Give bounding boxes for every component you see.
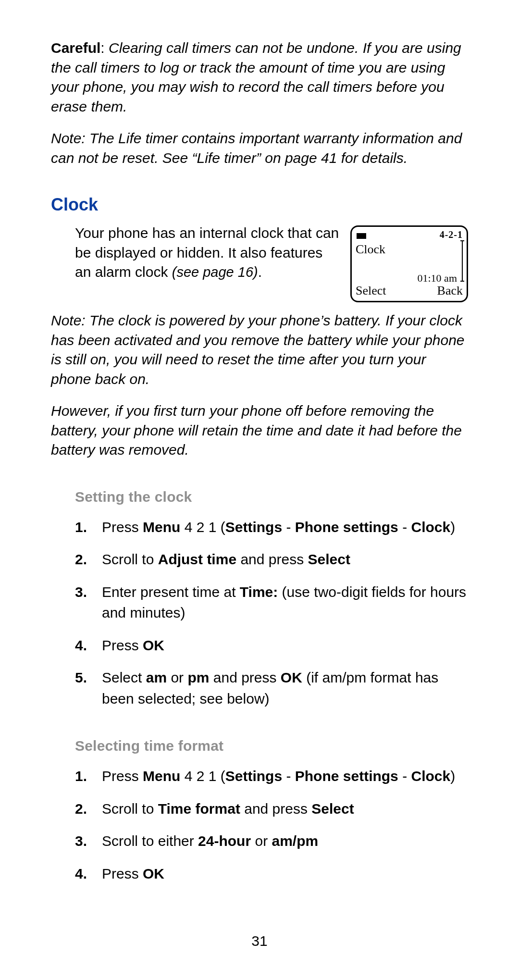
step-bold: am (146, 670, 167, 685)
step-text: - (282, 768, 295, 784)
step-text: Enter present time at (102, 584, 240, 600)
step-item: Press Menu 4 2 1 (Settings - Phone setti… (75, 517, 468, 538)
step-text: - (398, 519, 411, 535)
step-text: - (398, 768, 411, 784)
note-life-timer: Note: The Life timer contains important … (51, 129, 468, 168)
phone-screen-scrollbar (462, 240, 463, 282)
step-text: Select (102, 670, 146, 685)
step-text: Press (102, 519, 143, 535)
step-bold: OK (143, 866, 164, 881)
step-bold: pm (187, 670, 209, 685)
step-bold: OK (143, 637, 164, 653)
step-bold: Settings (225, 768, 282, 784)
step-item: Scroll to Time format and press Select (75, 798, 468, 819)
phone-screen-left-softkey: Select (356, 284, 386, 298)
step-text: - (282, 519, 295, 535)
step-bold: OK (281, 670, 302, 685)
time-format-steps: Press Menu 4 2 1 (Settings - Phone setti… (75, 766, 468, 884)
step-bold: am/pm (272, 833, 318, 849)
step-bold: Phone settings (295, 768, 398, 784)
step-text: and press (236, 551, 308, 567)
phone-screen-right-softkey: Back (437, 284, 463, 298)
step-item: Select am or pm and press OK (if am/pm f… (75, 667, 468, 709)
setting-clock-heading: Setting the clock (75, 489, 468, 505)
phone-screen-menu-code: 4-2-1 (440, 230, 463, 239)
step-bold: Clock (411, 768, 450, 784)
step-text: ) (450, 768, 455, 784)
step-text: Press (102, 768, 143, 784)
step-bold: Settings (225, 519, 282, 535)
careful-paragraph: Careful: Clearing call timers can not be… (51, 38, 468, 116)
step-text: Press (102, 637, 143, 653)
step-text: and press (209, 670, 280, 685)
careful-text: Clearing call timers can not be undone. … (51, 40, 461, 114)
step-bold: Time format (158, 801, 240, 817)
clock-see-page: (see page 16) (172, 264, 258, 280)
time-format-heading: Selecting time format (75, 738, 468, 754)
clock-intro-period: . (258, 264, 262, 280)
step-item: Press OK (75, 863, 468, 884)
careful-label: Careful (51, 40, 100, 56)
step-text: 4 2 1 ( (180, 768, 225, 784)
step-bold: Adjust time (158, 551, 236, 567)
step-text: Scroll to either (102, 833, 198, 849)
clock-note-2: However, if you first turn your phone of… (51, 401, 468, 460)
step-bold: Menu (143, 519, 180, 535)
step-text: Scroll to (102, 551, 158, 567)
clock-heading: Clock (51, 195, 468, 215)
step-bold: Clock (411, 519, 450, 535)
step-item: Scroll to Adjust time and press Select (75, 549, 468, 570)
step-bold: Select (311, 801, 354, 817)
step-bold: Menu (143, 768, 180, 784)
step-bold: Time: (240, 584, 278, 600)
step-item: Press OK (75, 635, 468, 656)
step-text: or (167, 670, 187, 685)
page-number: 31 (0, 933, 519, 949)
step-text: or (251, 833, 272, 849)
step-item: Scroll to either 24-hour or am/pm (75, 831, 468, 852)
phone-screen-time: 01:10 am (418, 272, 457, 285)
step-text: 4 2 1 ( (180, 519, 225, 535)
phone-screen-title-area: Clock (356, 230, 385, 256)
clock-intro: Your phone has an internal clock that ca… (75, 223, 341, 282)
step-bold: 24-hour (198, 833, 251, 849)
clock-note-1: Note: The clock is powered by your phone… (51, 311, 468, 389)
step-text: ) (450, 519, 455, 535)
battery-icon (357, 233, 366, 239)
careful-sep: : (100, 40, 109, 56)
step-item: Enter present time at Time: (use two-dig… (75, 582, 468, 623)
step-bold: Select (308, 551, 350, 567)
step-text: Scroll to (102, 801, 158, 817)
step-text: and press (240, 801, 311, 817)
phone-screen-figure: Clock 4-2-1 01:10 am Select Back (350, 225, 468, 302)
phone-screen-title: Clock (356, 242, 385, 256)
step-text: Press (102, 866, 143, 881)
setting-clock-steps: Press Menu 4 2 1 (Settings - Phone setti… (75, 517, 468, 709)
step-bold: Phone settings (295, 519, 398, 535)
step-item: Press Menu 4 2 1 (Settings - Phone setti… (75, 766, 468, 787)
